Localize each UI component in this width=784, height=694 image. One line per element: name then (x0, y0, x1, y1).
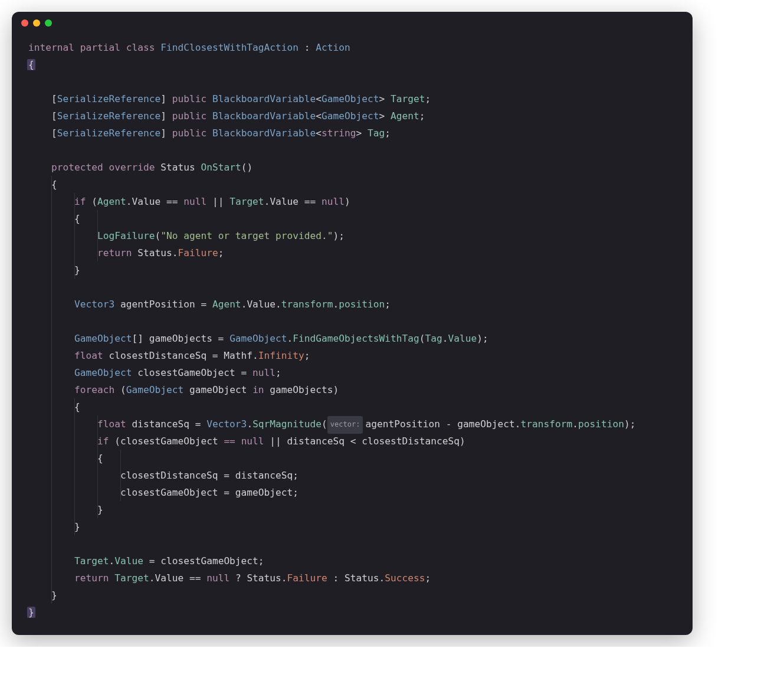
code-token: ( (86, 196, 97, 207)
code-token: public (172, 127, 206, 139)
code-token: ] (160, 127, 172, 139)
code-token (28, 247, 97, 258)
code-token: Target (391, 93, 425, 104)
code-token: ); (477, 333, 488, 344)
code-token (206, 93, 212, 104)
code-token: position (578, 418, 624, 430)
code-token: closestGameObject = gameObject; (28, 487, 298, 498)
code-token: FindClosestWithTagAction (160, 42, 298, 53)
code-line: { (28, 176, 683, 193)
code-line: LogFailure("No agent or target provided.… (28, 227, 683, 244)
code-token: || distanceSq < closestDistanceSq) (264, 436, 465, 447)
code-token: Status. (132, 247, 178, 258)
code-token: || (206, 196, 229, 207)
code-token: ] (160, 110, 172, 122)
close-icon[interactable] (21, 19, 28, 27)
code-token: closestGameObject = (132, 367, 252, 378)
code-token (28, 384, 74, 395)
code-token: ; (419, 110, 425, 122)
code-token: Vector3 (74, 299, 114, 310)
code-token: return (97, 247, 132, 258)
code-line: closestGameObject = gameObject; (28, 484, 683, 501)
code-line: } (28, 518, 683, 535)
code-token (195, 162, 201, 173)
code-token: ? Status. (229, 572, 287, 584)
inline-hint: vector: (327, 416, 363, 434)
code-token: in (252, 384, 264, 395)
code-token: Value (155, 572, 183, 584)
zoom-icon[interactable] (45, 19, 52, 27)
code-token: { (28, 179, 57, 190)
code-token: > (379, 93, 391, 104)
code-token: agentPosition - gameObject. (365, 418, 520, 430)
code-line: { (28, 450, 683, 467)
code-token: SerializeReference (57, 127, 160, 139)
code-token (155, 42, 160, 53)
code-token: Value (114, 555, 143, 567)
code-token: < (316, 93, 322, 104)
code-token: > (356, 127, 368, 139)
code-token: position (339, 299, 385, 310)
code-token: } (28, 264, 80, 276)
code-line: float closestDistanceSq = Mathf.Infinity… (28, 347, 683, 364)
code-token (28, 162, 51, 173)
code-token: closestDistanceSq = Mathf. (103, 350, 258, 361)
code-token: ; (425, 572, 431, 584)
code-token (28, 555, 74, 567)
code-token: == (160, 196, 183, 207)
code-token: return (74, 572, 109, 584)
code-token: : (298, 42, 316, 53)
code-token: FindGameObjectsWithTag (293, 333, 419, 344)
code-token: SerializeReference (57, 110, 160, 122)
code-token: Status (160, 162, 195, 173)
code-token: . (126, 196, 132, 207)
code-line (28, 73, 683, 90)
code-token: Target (229, 196, 264, 207)
code-token: float (97, 418, 126, 430)
code-token: ; (385, 299, 391, 310)
code-line: { (28, 56, 683, 73)
code-token: Failure (287, 572, 327, 584)
code-token: ] (160, 93, 172, 104)
code-token: } (27, 607, 35, 618)
code-token: < (316, 110, 322, 122)
code-token: BlackboardVariable (212, 110, 316, 122)
code-line: [SerializeReference] public BlackboardVa… (28, 107, 683, 125)
code-token (28, 333, 74, 344)
code-line: [SerializeReference] public BlackboardVa… (28, 125, 683, 142)
code-token: . (275, 299, 281, 310)
code-area[interactable]: internal partial class FindClosestWithTa… (12, 34, 693, 635)
code-token: : Status. (327, 572, 385, 584)
code-line: } (28, 604, 683, 621)
code-token: ; (304, 350, 310, 361)
code-token: > (379, 110, 391, 122)
code-token: Success (385, 572, 425, 584)
code-line (28, 142, 683, 159)
code-token (206, 127, 212, 139)
code-token: transform (281, 299, 333, 310)
code-token: GameObject (126, 384, 183, 395)
code-line: float distanceSq = Vector3.SqrMagnitude(… (28, 415, 683, 433)
code-token: SerializeReference (57, 93, 160, 104)
code-line: return Target.Value == null ? Status.Fai… (28, 569, 683, 587)
code-line: } (28, 587, 683, 604)
code-token: . (442, 333, 448, 344)
code-token: GameObject (229, 333, 287, 344)
code-token: ); (624, 418, 636, 430)
code-token: ) (345, 196, 350, 207)
code-token: } (28, 590, 57, 601)
code-token: Agent (97, 196, 126, 207)
code-token: gameObjects) (264, 384, 339, 395)
code-token: { (27, 59, 35, 70)
code-token: GameObject (322, 93, 379, 104)
code-token: Tag (425, 333, 442, 344)
code-token: Tag (368, 127, 385, 139)
code-line: return Status.Failure; (28, 244, 683, 261)
minimize-icon[interactable] (33, 19, 40, 27)
code-token: Target (74, 555, 109, 567)
code-token: Failure (178, 247, 218, 258)
code-token: null (252, 367, 275, 378)
code-line: protected override Status OnStart() (28, 159, 683, 176)
code-token (28, 367, 74, 378)
code-token: . (149, 572, 155, 584)
